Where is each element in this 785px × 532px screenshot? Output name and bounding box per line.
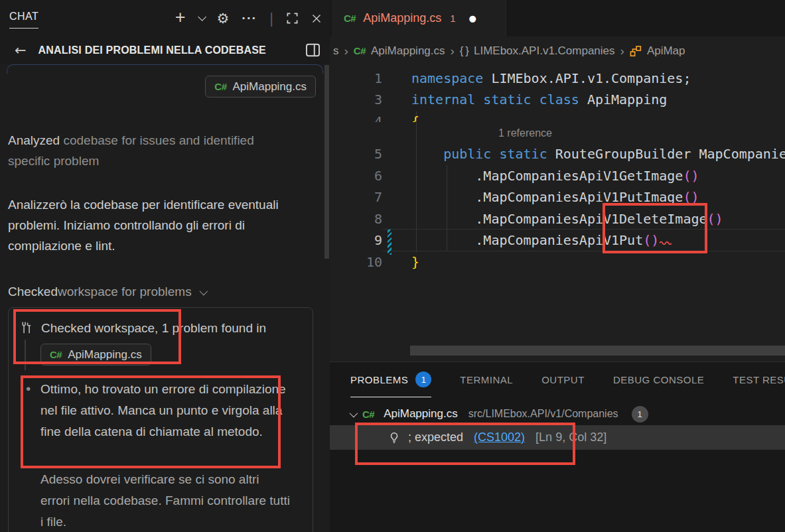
namespace-braces-icon: { }	[460, 44, 468, 58]
code-line-6: 6 .MapCompaniesApiV1GetImage()	[330, 165, 785, 187]
error-squiggle-icon	[660, 239, 672, 245]
chevron-down-icon[interactable]	[350, 409, 358, 417]
back-arrow-icon[interactable]: ←	[15, 42, 27, 58]
tool-call-header[interactable]: Checked workspace for problems	[8, 285, 206, 299]
code-token: ApiMapping	[579, 92, 667, 107]
code-token: internal static class	[411, 92, 579, 107]
editor-tab-bar: C# ApiMapping.cs 1 ●	[330, 0, 785, 36]
code-text: namespace LIMEbox.API.v1.Companies;	[411, 68, 691, 90]
code-token: ()	[683, 168, 699, 184]
line-number: 1	[330, 68, 382, 90]
breadcrumb-separator-icon: ›	[620, 44, 624, 58]
chat-panel: CHAT + ⚙ ··· | ← ANALISI DEI PROBLEMI NE…	[0, 0, 330, 532]
code-editor[interactable]: 1 namespace LIMEbox.API.v1.Companies; 3 …	[330, 65, 785, 362]
attachment-chip[interactable]: C# ApiMapping.cs	[205, 76, 316, 98]
code-line-9: 9 .MapCompaniesApiV1Put()	[330, 230, 785, 251]
code-token: public static	[411, 146, 547, 162]
tab-chat[interactable]: CHAT	[9, 11, 38, 29]
breadcrumb-separator-icon: ›	[451, 44, 455, 58]
code-text: .MapCompaniesApiV1GetImage()	[411, 165, 699, 187]
breadcrumb-symbol[interactable]: ApiMap	[647, 44, 685, 58]
tab-problems[interactable]: PROBLEMS 1	[350, 362, 431, 397]
code-text: }	[411, 251, 419, 273]
problem-row[interactable]: ; expected (CS1002) [Ln 9, Col 32]	[330, 425, 785, 450]
line-number: 10	[330, 251, 382, 273]
chevron-down-icon[interactable]	[199, 287, 208, 295]
tool-result-file-name: ApiMapping.cs	[68, 348, 142, 362]
bullet-icon: •	[26, 381, 31, 397]
maximize-panel-icon[interactable]	[286, 12, 299, 25]
tools-icon	[19, 321, 33, 334]
horizontal-scrollbar[interactable]	[410, 346, 785, 356]
line-number: 3	[330, 89, 382, 111]
code-token: .MapCompaniesApiV1GetImage	[411, 168, 683, 184]
code-token: ()	[683, 189, 699, 205]
code-line-5: 5 public static RouteGroupBuilder MapCom…	[330, 143, 785, 165]
csharp-file-icon: C#	[214, 81, 226, 92]
problems-file-path: src/LIMEbox.API/v1/Companies	[468, 408, 618, 420]
breadcrumb-file[interactable]: ApiMapping.cs	[371, 44, 445, 58]
modified-dot-icon[interactable]: ●	[469, 13, 476, 23]
user-message-bubble	[7, 64, 323, 74]
code-text: public static RouteGroupBuilder MapCompa…	[411, 143, 785, 165]
thinking-summary[interactable]: Analyzed codebase for issues and identif…	[8, 130, 293, 171]
code-text: {	[411, 111, 419, 122]
code-text: .MapCompaniesApiV1Put()	[411, 230, 672, 251]
tool-call-header-rest: workspace for problems	[58, 285, 192, 299]
code-text: internal static class ApiMapping	[411, 89, 667, 111]
tab-debug-console[interactable]: DEBUG CONSOLE	[613, 362, 704, 397]
new-chat-dropdown-icon[interactable]	[198, 13, 207, 21]
codelens-row: 1 reference	[330, 122, 785, 144]
code-line-4-clipped: 4 {	[330, 111, 785, 122]
new-chat-icon[interactable]: +	[175, 9, 186, 27]
open-chat-in-editor-icon[interactable]	[305, 43, 321, 57]
breadcrumb: s › C# ApiMapping.cs › { } LIMEbox.API.v…	[330, 36, 785, 65]
chat-thread-header: ← ANALISI DEI PROBLEMI NELLA CODEBASE	[0, 36, 330, 64]
code-token: ()	[643, 232, 659, 248]
attachment-file-name: ApiMapping.cs	[232, 80, 307, 94]
breadcrumb-namespace[interactable]: LIMEbox.API.v1.Companies	[474, 44, 615, 58]
code-line-8: 8 .MapCompaniesApiV1DeleteImage()	[330, 208, 785, 230]
code-token: LIMEbox.API.v1.Companies;	[483, 70, 691, 86]
tab-problem-count: 1	[450, 13, 455, 24]
problems-file-group[interactable]: C# ApiMapping.cs src/LIMEbox.API/v1/Comp…	[330, 402, 785, 426]
problem-code-link[interactable]: (CS1002)	[474, 431, 525, 444]
line-number: 8	[330, 208, 382, 230]
line-number: 7	[330, 186, 382, 208]
csharp-file-icon: C#	[362, 409, 374, 420]
code-text: .MapCompaniesApiV1DeleteImage()	[411, 208, 723, 230]
lightbulb-icon[interactable]	[388, 432, 400, 444]
tab-test-results[interactable]: TEST RESULTS	[733, 362, 785, 397]
breadcrumb-separator-icon: ›	[344, 44, 348, 58]
codelens-references[interactable]: 1 reference	[498, 122, 552, 144]
line-number: 6	[330, 165, 382, 187]
gear-icon[interactable]: ⚙	[216, 11, 229, 27]
tool-call-details-box: Checked workspace, 1 problem found in C#…	[8, 307, 313, 532]
tab-output[interactable]: OUTPUT	[541, 362, 585, 397]
code-token: {	[411, 113, 419, 122]
tool-call-header-lead: Checked	[8, 285, 58, 299]
code-token: .MapCompaniesApiV1DeleteImage	[411, 211, 707, 227]
vscode-window: CHAT + ⚙ ··· | ← ANALISI DEI PROBLEMI NE…	[0, 0, 785, 532]
chat-panel-header: CHAT + ⚙ ··· |	[0, 0, 330, 36]
problem-message: ; expected	[408, 431, 463, 444]
tab-terminal[interactable]: TERMINAL	[460, 362, 513, 397]
problem-location: [Ln 9, Col 32]	[535, 431, 607, 444]
tool-result-text: Checked workspace, 1 problem found in	[41, 321, 266, 336]
code-line-1: 1 namespace LIMEbox.API.v1.Companies;	[330, 68, 785, 90]
chat-scrollbar[interactable]	[324, 65, 329, 259]
problems-count-badge: 1	[415, 371, 431, 387]
code-token: .MapCompaniesApiV1Put	[411, 232, 643, 248]
close-icon[interactable]	[311, 13, 322, 24]
breadcrumb-root[interactable]: s	[333, 44, 339, 58]
code-token: RouteGroupBuilder MapCompaniesApi	[547, 146, 785, 162]
code-token: .MapCompaniesApiV1PutImage	[411, 189, 683, 205]
line-number: 4	[330, 111, 382, 122]
file-problem-count-badge: 1	[632, 406, 648, 423]
line-number: 5	[330, 143, 382, 165]
assistant-message-next: Adesso dovrei verificare se ci sono altr…	[40, 469, 291, 532]
tab-apimapping[interactable]: C# ApiMapping.cs 1 ●	[332, 0, 506, 36]
more-actions-icon[interactable]: ···	[242, 11, 257, 26]
tab-problems-label: PROBLEMS	[350, 374, 408, 385]
tool-result-file-chip[interactable]: C# ApiMapping.cs	[40, 344, 151, 366]
